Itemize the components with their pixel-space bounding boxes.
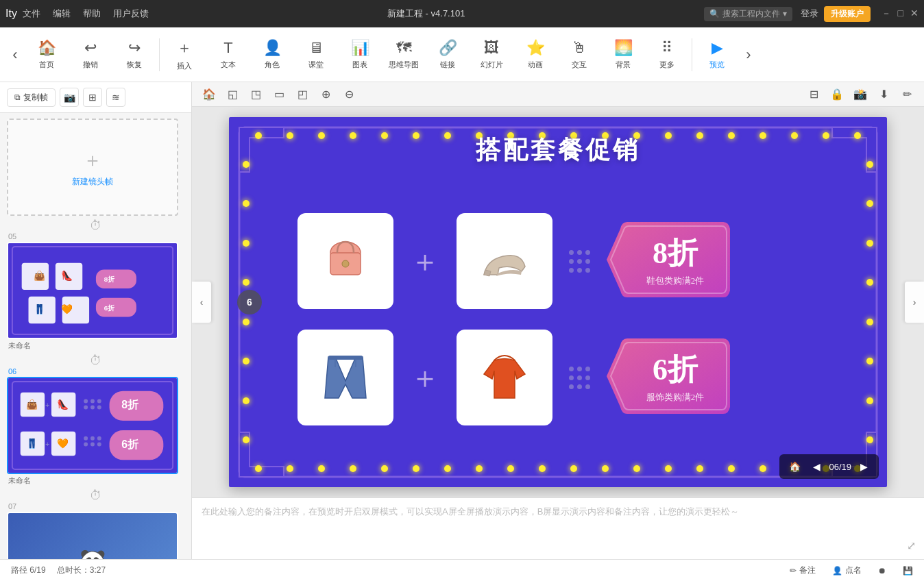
shape-icon-1[interactable]: ◱ [223, 86, 241, 103]
dot-17 [577, 384, 582, 389]
format-button[interactable]: ≋ [106, 88, 125, 107]
zoom-in-icon[interactable]: ⊕ [317, 86, 335, 103]
slide-label-06: 未命名 [8, 475, 184, 486]
copy-frame-label: 复制帧 [23, 92, 48, 103]
resize-button[interactable]: ⊞ [83, 88, 102, 107]
download-icon[interactable]: ⬇ [875, 86, 892, 103]
home-ctrl-button[interactable]: 🏠 [785, 457, 804, 476]
slide-icon: 🖼 [484, 39, 499, 57]
bg-button[interactable]: 🌅 背景 [601, 30, 645, 79]
new-frame-item: ＋ 新建镜头帧 [7, 119, 184, 216]
maximize-button[interactable]: □ [898, 8, 903, 20]
prev-ctrl-button[interactable]: ◀ [807, 457, 826, 476]
nav-back-button[interactable]: ‹ [5, 30, 25, 79]
light-b9 [507, 465, 514, 472]
slide-thumbnail-05[interactable]: 8折 6折 👜 👠 👖 🧡 [7, 242, 178, 339]
title-bar: Ity 文件 编辑 帮助 用户反馈 新建工程 - v4.7.101 🔍 搜索工程… [0, 0, 924, 27]
menu-file[interactable]: 文件 [23, 8, 40, 20]
new-frame-button[interactable]: ＋ 新建镜头帧 [7, 119, 178, 216]
light-b4 [350, 465, 356, 472]
home-shape-icon[interactable]: 🏠 [200, 86, 218, 103]
dot-9 [585, 268, 590, 273]
mindmap-button[interactable]: 🗺 思维导图 [382, 30, 426, 79]
animation-marker-icon-2: ⏱ [90, 354, 102, 368]
save-action[interactable]: 💾 [903, 566, 913, 576]
login-button[interactable]: 登录 [801, 8, 818, 20]
next-ctrl-button[interactable]: ▶ [854, 457, 873, 476]
search-box[interactable]: 🔍 搜索工程内文件 ▾ [704, 7, 792, 21]
text-button[interactable]: T 文本 [206, 30, 250, 79]
minimize-button[interactable]: － [882, 8, 891, 20]
undo-button[interactable]: ↩ 撤销 [69, 30, 112, 79]
zoom-out-icon[interactable]: ⊖ [340, 86, 358, 103]
edit-icon[interactable]: ✏ [898, 86, 916, 103]
rec-action[interactable]: ⏺ [878, 566, 886, 576]
more-button[interactable]: ⠿ 更多 [645, 30, 689, 79]
animation-button[interactable]: ⭐ 动画 [513, 30, 557, 79]
animation-marker-icon: ⏱ [90, 219, 102, 233]
slide-thumbnail-06[interactable]: 👜 👠 + 8折 [7, 377, 178, 474]
app-logo: Ity [5, 8, 17, 20]
preview-button[interactable]: ▶ 预览 [695, 30, 739, 79]
dot-1 [569, 250, 574, 255]
slide-05-svg: 8折 6折 👜 👠 👖 🧡 [8, 243, 177, 338]
dot-10 [569, 367, 574, 371]
svg-text:6折: 6折 [121, 438, 139, 450]
link-button[interactable]: 🔗 链接 [426, 30, 470, 79]
slide-button[interactable]: 🖼 幻灯片 [470, 30, 513, 79]
search-icon: 🔍 [709, 9, 720, 18]
interact-label: 交互 [572, 60, 587, 70]
light-t18 [791, 132, 798, 139]
svg-text:🧡: 🧡 [61, 304, 73, 315]
dot-5 [577, 259, 582, 264]
light-t5 [381, 132, 388, 139]
insert-button[interactable]: ＋ 插入 [162, 30, 206, 79]
camera-button[interactable]: 📷 [60, 88, 79, 107]
light-b11 [570, 465, 577, 472]
copy-frame-button[interactable]: ⧉ 复制帧 [7, 88, 56, 107]
classroom-button[interactable]: 🖥 课堂 [294, 30, 338, 79]
slide-prev-button[interactable]: ‹ [192, 282, 211, 323]
rollcall-action[interactable]: 👤 点名 [832, 565, 862, 576]
menu-feedback[interactable]: 用户反馈 [113, 8, 149, 20]
light-b16 [728, 465, 735, 472]
search-dropdown-icon: ▾ [783, 9, 787, 18]
redo-button[interactable]: ↪ 恢复 [112, 30, 156, 79]
align-icon[interactable]: ⊟ [805, 86, 823, 103]
menu-edit[interactable]: 编辑 [53, 8, 71, 20]
home-button[interactable]: 🏠 首页 [25, 30, 69, 79]
notes-expand-button[interactable]: ⤢ [907, 539, 916, 552]
upgrade-button[interactable]: 升级账户 [824, 6, 871, 22]
close-button[interactable]: ✕ [910, 8, 919, 20]
svg-point-26 [97, 405, 101, 409]
product-3-box [297, 330, 393, 425]
shape-icon-4[interactable]: ◰ [293, 86, 311, 103]
dot-7 [569, 268, 574, 273]
interact-button[interactable]: 🖱 交互 [557, 30, 601, 79]
dot-3 [585, 250, 590, 255]
screenshot-icon[interactable]: 📸 [851, 86, 869, 103]
slide-divider-2[interactable]: ⏱ [7, 354, 184, 367]
svg-text:+: + [45, 440, 49, 448]
shape-icon-3[interactable]: ▭ [270, 86, 288, 103]
lock-icon[interactable]: 🔒 [828, 86, 846, 103]
svg-point-24 [84, 405, 88, 409]
notes-placeholder: 在此处输入您的备注内容，在预览时开启双屏模式，可以实现A屏全屏播放演示内容，B屏… [202, 505, 914, 519]
role-button[interactable]: 👤 角色 [250, 30, 294, 79]
copy-icon: ⧉ [14, 92, 21, 102]
header-actions: 登录 升级账户 [801, 6, 871, 22]
slide-next-button[interactable]: › [905, 282, 924, 323]
slide-thumbnail-07[interactable]: 🐼 [7, 512, 178, 559]
notes-action[interactable]: ✏ 备注 [790, 565, 816, 576]
product-2-box [457, 213, 552, 309]
light-t19 [823, 132, 829, 139]
slide-divider-3[interactable]: ⏱ [7, 489, 184, 502]
menu-help[interactable]: 帮助 [83, 8, 101, 20]
shape-icon-2[interactable]: ◳ [247, 86, 265, 103]
chart-button[interactable]: 📊 图表 [338, 30, 382, 79]
main-toolbar: ‹ 🏠 首页 ↩ 撤销 ↪ 恢复 ＋ 插入 T 文本 👤 角色 🖥 课堂 📊 图… [0, 27, 924, 82]
dot-4 [569, 259, 574, 264]
slide-divider-1[interactable]: ⏱ [7, 219, 184, 232]
nav-forward-button[interactable]: › [739, 30, 758, 79]
heels-svg [470, 227, 539, 295]
